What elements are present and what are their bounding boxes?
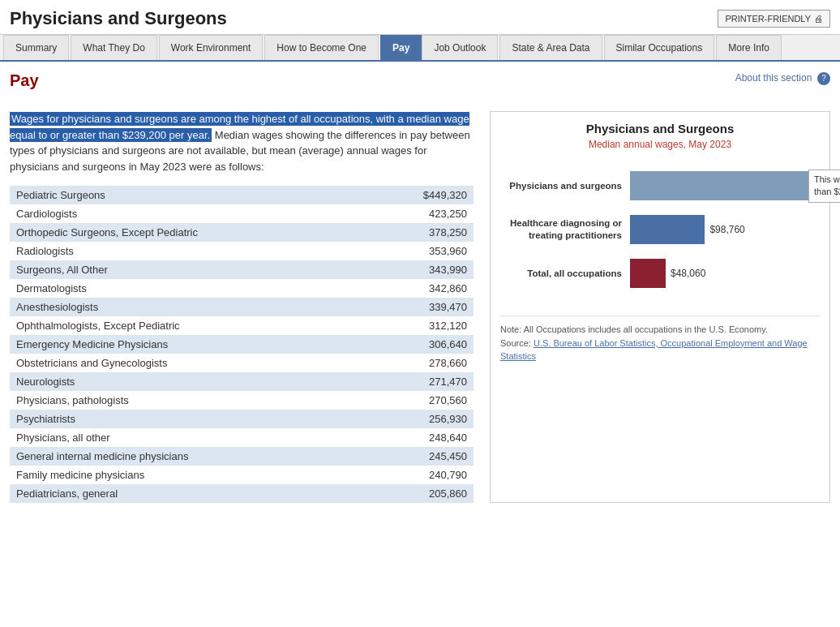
table-row: Pediatric Surgeons$449,320: [10, 186, 474, 204]
occupation-cell: Anesthesiologists: [10, 298, 369, 316]
chart-bar-gray: [630, 171, 808, 200]
table-row: Surgeons, All Other343,990: [10, 260, 474, 279]
about-section: About this section ?: [735, 71, 830, 85]
table-row: Dermatologists342,860: [10, 279, 474, 298]
occupation-cell: Pediatricians, general: [10, 484, 369, 503]
occupation-cell: Surgeons, All Other: [10, 260, 369, 279]
chart-subtitle: Median annual wages, May 2023: [500, 139, 820, 150]
chart-note: Note: All Occupations includes all occup…: [500, 316, 820, 363]
wage-cell: 423,250: [369, 204, 474, 223]
wage-cell: 248,640: [369, 428, 474, 447]
occupation-cell: Pediatric Surgeons: [10, 186, 369, 204]
tab-more-info[interactable]: More Info: [716, 35, 782, 60]
printer-icon: 🖨: [814, 14, 823, 24]
occupation-cell: Physicians, all other: [10, 428, 369, 447]
occupation-cell: Neurologists: [10, 372, 369, 391]
wage-cell: 240,790: [369, 466, 474, 484]
chart-note-line1: Note: All Occupations includes all occup…: [500, 324, 768, 334]
salary-table: Pediatric Surgeons$449,320Cardiologists4…: [10, 186, 474, 503]
tab-state-&-area-data[interactable]: State & Area Data: [499, 35, 602, 60]
occupation-cell: Physicians, pathologists: [10, 391, 369, 410]
tab-work-environment[interactable]: Work Environment: [159, 35, 263, 60]
table-row: Psychiatrists256,930: [10, 410, 474, 428]
chart-bar-area: $98,760: [630, 213, 820, 246]
page-header: Physicians and Surgeons PRINTER-FRIENDLY…: [0, 0, 840, 35]
wage-cell: 256,930: [369, 410, 474, 428]
tab-how-to-become-one[interactable]: How to Become One: [264, 35, 379, 60]
tab-similar-occupations[interactable]: Similar Occupations: [604, 35, 715, 60]
wage-cell: 353,960: [369, 242, 474, 260]
wage-cell: 378,250: [369, 223, 474, 242]
chart-bar-value: $98,760: [709, 224, 744, 235]
tab-pay[interactable]: Pay: [380, 35, 422, 60]
tab-what-they-do[interactable]: What They Do: [71, 35, 156, 60]
table-row: Physicians, pathologists270,560: [10, 391, 474, 410]
table-row: Orthopedic Surgeons, Except Pediatric378…: [10, 223, 474, 242]
chart-bar-label: Healthcare diagnosing or treating practi…: [500, 217, 630, 242]
chart-panel: Physicians and Surgeons Median annual wa…: [490, 111, 830, 503]
occupation-cell: Emergency Medicine Physicians: [10, 335, 369, 354]
wage-cell: 245,450: [369, 447, 474, 466]
section-title: Pay: [10, 71, 39, 90]
occupation-cell: General internal medicine physicians: [10, 447, 369, 466]
wage-cell: 278,660: [369, 354, 474, 372]
chart-row: Physicians and surgeonsThis wage is equa…: [500, 170, 820, 202]
occupation-cell: Obstetricians and Gynecologists: [10, 354, 369, 372]
chart-row: Healthcare diagnosing or treating practi…: [500, 213, 820, 246]
help-icon: ?: [817, 72, 830, 85]
table-row: General internal medicine physicians245,…: [10, 447, 474, 466]
table-row: Family medicine physicians240,790: [10, 466, 474, 484]
tab-summary[interactable]: Summary: [3, 35, 69, 60]
tab-job-outlook[interactable]: Job Outlook: [422, 35, 498, 60]
wage-cell: 339,470: [369, 298, 474, 316]
chart-bar-darkblue: [630, 215, 705, 244]
table-row: Anesthesiologists339,470: [10, 298, 474, 316]
chart-bar-value: $48,060: [671, 268, 705, 279]
wage-cell: 343,990: [369, 260, 474, 279]
table-row: Ophthalmologists, Except Pediatric312,12…: [10, 316, 474, 335]
occupation-cell: Family medicine physicians: [10, 466, 369, 484]
chart-title: Physicians and Surgeons: [500, 122, 820, 135]
table-row: Emergency Medicine Physicians306,640: [10, 335, 474, 354]
wage-cell: 312,120: [369, 316, 474, 335]
table-row: Physicians, all other248,640: [10, 428, 474, 447]
chart-bar-label: Physicians and surgeons: [500, 180, 630, 192]
occupation-cell: Radiologists: [10, 242, 369, 260]
occupation-cell: Ophthalmologists, Except Pediatric: [10, 316, 369, 335]
printer-friendly-label: PRINTER-FRIENDLY: [725, 14, 811, 24]
occupation-cell: Orthopedic Surgeons, Except Pediatric: [10, 223, 369, 242]
wage-cell: 342,860: [369, 279, 474, 298]
wage-cell: 205,860: [369, 484, 474, 503]
left-panel: Wages for physicians and surgeons are am…: [10, 111, 474, 503]
page-title: Physicians and Surgeons: [10, 8, 227, 29]
table-row: Obstetricians and Gynecologists278,660: [10, 354, 474, 372]
printer-friendly-button[interactable]: PRINTER-FRIENDLY 🖨: [718, 10, 830, 28]
chart-row: Total, all occupations$48,060: [500, 257, 820, 290]
main-content: Wages for physicians and surgeons are am…: [0, 98, 840, 516]
occupation-cell: Cardiologists: [10, 204, 369, 223]
tab-bar: SummaryWhat They DoWork EnvironmentHow t…: [0, 35, 840, 62]
chart-bar-area: $48,060: [630, 257, 820, 290]
table-row: Cardiologists423,250: [10, 204, 474, 223]
table-row: Neurologists271,470: [10, 372, 474, 391]
table-row: Radiologists353,960: [10, 242, 474, 260]
chart-bar-label: Total, all occupations: [500, 268, 630, 280]
chart-source-link[interactable]: U.S. Bureau of Labor Statistics, Occupat…: [500, 338, 808, 362]
chart-bar-area: This wage is equal to or greater than $2…: [630, 170, 820, 202]
wage-cell: 306,640: [369, 335, 474, 354]
chart-tooltip: This wage is equal to or greater than $2…: [808, 170, 840, 203]
intro-text: Wages for physicians and surgeons are am…: [10, 111, 474, 174]
about-link[interactable]: About this section: [735, 72, 812, 84]
chart-bar-red: [630, 259, 666, 288]
table-row: Pediatricians, general205,860: [10, 484, 474, 503]
wage-cell: 270,560: [369, 391, 474, 410]
wage-cell: $449,320: [369, 186, 474, 204]
chart-area: Physicians and surgeonsThis wage is equa…: [500, 163, 820, 307]
occupation-cell: Psychiatrists: [10, 410, 369, 428]
wage-cell: 271,470: [369, 372, 474, 391]
chart-note-line2-pre: Source:: [500, 338, 534, 348]
occupation-cell: Dermatologists: [10, 279, 369, 298]
